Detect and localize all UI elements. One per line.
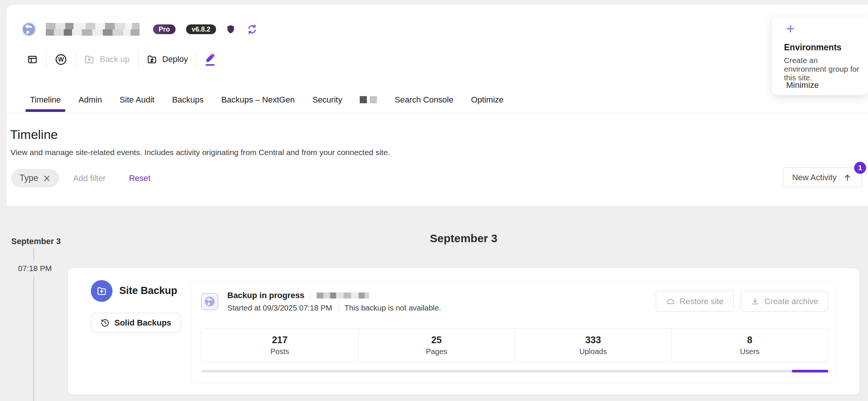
pencil-icon: [205, 53, 215, 63]
history-clock-icon: [101, 318, 110, 327]
backup-progress-bar: [201, 370, 828, 372]
app: Pro v6.8.2 W Back: [0, 0, 868, 401]
timeline-connector: [33, 276, 34, 401]
backup-started-text: Started at 09/3/2025 07:18 PM: [227, 303, 332, 312]
timeline-time-label: 07:18 PM: [18, 264, 52, 273]
backup-detail-panel: Backup in progress Started at 09/3/2025 …: [191, 282, 837, 383]
download-icon: [751, 297, 760, 306]
reset-filters-button[interactable]: Reset: [127, 173, 153, 184]
tab-redacted[interactable]: [360, 86, 377, 113]
shield-icon: [226, 24, 236, 35]
wp-admin-button[interactable]: W: [47, 54, 75, 65]
stat-posts: 217 Posts: [201, 329, 358, 362]
site-backup-icon: [91, 280, 113, 302]
provider-chip: Solid Backups: [91, 313, 181, 333]
timeline-section: September 3 September 3 07:18 PM Site Ba…: [0, 206, 868, 401]
backup-actions: Restore site Create archive: [656, 291, 828, 312]
layout-window-icon: [27, 54, 38, 65]
environments-panel: + Environments Create an environment gro…: [772, 17, 868, 95]
site-favicon-globe-icon: [21, 21, 37, 37]
quick-edit-button[interactable]: [197, 53, 224, 66]
backup-status-title: Backup in progress: [227, 291, 304, 300]
new-activity-count-badge: 1: [854, 162, 866, 174]
create-archive-button[interactable]: Create archive: [740, 291, 828, 312]
site-header-card: Pro v6.8.2 W Back: [7, 5, 868, 206]
overview-layout-button[interactable]: [19, 54, 46, 65]
environments-description: Create an environment group for this sit…: [784, 56, 862, 82]
tab-site-audit[interactable]: Site Audit: [120, 86, 155, 113]
redacted-block-light: [370, 96, 377, 103]
page-description: View and manage site-related events. Inc…: [11, 148, 390, 157]
page-title: Timeline: [10, 127, 58, 142]
backup-availability-text: This backup is not available.: [344, 303, 441, 312]
site-toolbar: W Back up Deploy: [19, 50, 224, 69]
type-filter-chip[interactable]: Type: [11, 169, 59, 187]
back-up-label: Back up: [100, 54, 130, 64]
deploy-button[interactable]: Deploy: [138, 54, 196, 65]
stat-pages: 25 Pages: [358, 329, 515, 362]
filter-row: Type Add filter Reset: [11, 169, 153, 187]
back-up-button[interactable]: Back up: [76, 54, 138, 65]
pro-badge: Pro: [153, 24, 176, 34]
stat-uploads: 333 Uploads: [515, 329, 671, 362]
new-activity-button[interactable]: New Activity 1: [783, 167, 862, 187]
arrow-up-icon: [842, 173, 852, 182]
tab-security[interactable]: Security: [312, 86, 342, 113]
redacted-block-dark: [360, 96, 367, 103]
pencil-underline: [206, 64, 215, 66]
timeline-date-header: September 3: [68, 232, 860, 245]
site-tab-bar: Timeline Admin Site Audit Backups Backup…: [7, 86, 868, 113]
redacted-site-name: [46, 23, 140, 36]
site-identity-row: Pro v6.8.2: [21, 21, 257, 37]
event-title: Site Backup: [119, 285, 177, 297]
stat-users: 8 Users: [671, 329, 828, 362]
sync-icon[interactable]: [247, 24, 257, 35]
tab-backups-nextgen[interactable]: Backups – NextGen: [221, 86, 295, 113]
backup-meta-line: Started at 09/3/2025 07:18 PM This backu…: [227, 303, 441, 312]
deploy-label: Deploy: [162, 54, 188, 64]
environments-title: Environments: [784, 42, 841, 53]
event-card: Site Backup Solid Backups Backup in prog…: [68, 268, 860, 395]
cloud-icon: [666, 297, 675, 306]
divider: [338, 303, 338, 312]
backup-stats: 217 Posts 25 Pages 333 Uploads 8 Users: [201, 328, 828, 362]
close-icon[interactable]: [43, 175, 51, 182]
divider: [310, 291, 311, 300]
site-favicon-small: [201, 293, 218, 310]
add-environment-button[interactable]: +: [784, 20, 797, 38]
folder-deploy-icon: [147, 54, 157, 65]
minimize-button[interactable]: Minimize: [784, 80, 821, 90]
wp-version-badge: v6.8.2: [186, 24, 216, 34]
folder-up-icon: [84, 54, 95, 65]
timeline-date-label: September 3: [11, 237, 61, 246]
timeline-connector: [33, 248, 34, 261]
tab-backups[interactable]: Backups: [172, 86, 204, 113]
tab-admin[interactable]: Admin: [78, 86, 102, 113]
backup-status-line: Backup in progress: [227, 291, 369, 300]
restore-site-button[interactable]: Restore site: [656, 291, 734, 312]
backup-progress-fill: [792, 370, 828, 372]
svg-text:W: W: [58, 56, 64, 62]
redacted-site-name-small: [317, 292, 369, 298]
add-filter-button[interactable]: Add filter: [71, 173, 108, 184]
tab-timeline[interactable]: Timeline: [30, 86, 61, 113]
tab-optimize[interactable]: Optimize: [471, 86, 504, 113]
wordpress-icon: W: [55, 54, 67, 65]
tab-search-console[interactable]: Search Console: [395, 86, 454, 113]
